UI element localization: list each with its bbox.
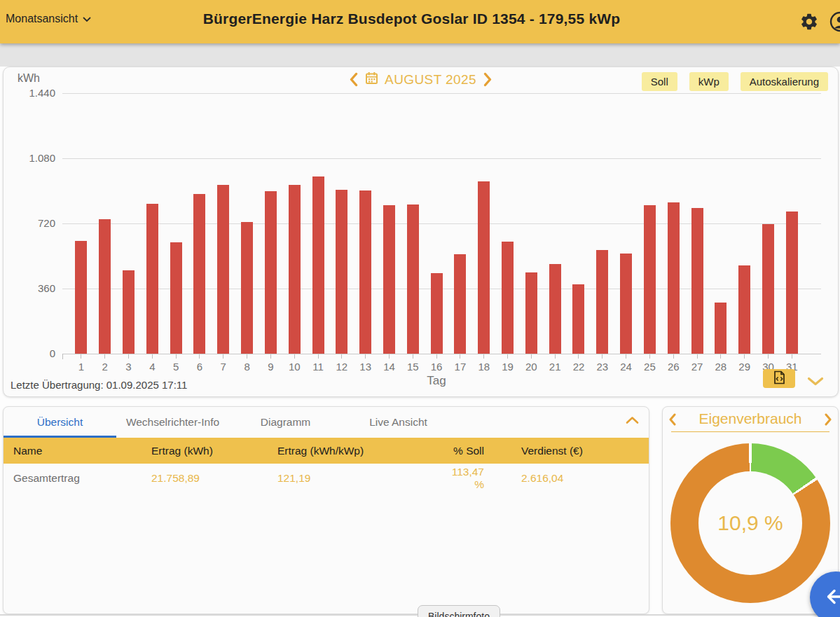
bar-day-19 (496, 242, 520, 354)
bar-day-27 (685, 208, 709, 354)
bar-day-29 (733, 265, 757, 354)
column-header: Name (4, 445, 142, 457)
screenshot-button[interactable]: Bildschirmfoto (418, 605, 500, 617)
arrow-left-icon (825, 588, 840, 608)
settings-gear-icon[interactable] (799, 12, 819, 32)
donut-hole: 10,9 % (698, 471, 802, 575)
tab-1[interactable]: Wechselrichter-Info (116, 407, 229, 438)
bar-day-7 (212, 185, 235, 354)
x-tick-10: 10 (282, 354, 306, 373)
export-button[interactable] (763, 369, 795, 388)
bar-day-5 (164, 242, 188, 354)
column-header: Ertrag (kWh/kWp) (268, 445, 440, 457)
bar-day-17 (448, 254, 472, 354)
eigenverbrauch-header: Eigenverbrauch (663, 407, 838, 431)
collapse-chart-chevron-icon[interactable] (807, 377, 824, 386)
column-header: Verdienst (€) (493, 445, 649, 457)
bar-day-11 (306, 176, 330, 354)
bar (265, 191, 277, 354)
bar-day-14 (378, 205, 401, 354)
page-title: BürgerEnergie Harz Busdepot Goslar ID 13… (0, 11, 823, 27)
prev-month-chevron-icon[interactable] (349, 72, 359, 87)
axis-origin-tick (62, 354, 63, 359)
y-tick-label: 720 (9, 217, 55, 229)
bar (193, 194, 205, 354)
eigen-prev-chevron-icon[interactable] (668, 413, 677, 426)
eigen-next-chevron-icon[interactable] (824, 413, 832, 426)
x-tick-9: 9 (259, 354, 283, 373)
bar (715, 303, 727, 354)
bar (99, 219, 111, 354)
bar (217, 185, 229, 354)
bar (170, 242, 182, 354)
bar-day-20 (519, 272, 543, 354)
eigenverbrauch-card: Eigenverbrauch 10,9 % (662, 406, 839, 614)
x-tick-26: 26 (661, 354, 685, 373)
bar (289, 185, 301, 354)
bar-day-21 (543, 264, 567, 354)
bar (431, 273, 443, 354)
bar (241, 222, 253, 354)
bar (525, 272, 537, 354)
y-tick-label: 1.080 (9, 152, 55, 164)
x-tick-21: 21 (543, 354, 567, 373)
bar (620, 254, 632, 354)
bar (668, 202, 680, 354)
title-underline (671, 431, 829, 432)
x-tick-4: 4 (140, 354, 164, 373)
bar (762, 224, 774, 354)
bar (691, 208, 703, 354)
x-tick-25: 25 (638, 354, 662, 373)
autoscale-toggle-button[interactable]: Autoskalierung (741, 72, 828, 91)
x-axis-labels: 1234567891011121314151617181920212223242… (69, 354, 804, 373)
y-tick-label: 1.440 (9, 87, 55, 99)
table-cell: 121,19 (268, 472, 440, 485)
soll-toggle-button[interactable]: Soll (642, 72, 677, 91)
x-tick-15: 15 (401, 354, 425, 373)
bar (359, 190, 371, 354)
code-file-icon (773, 370, 785, 387)
month-label: AUGUST 2025 (385, 72, 476, 88)
x-tick-14: 14 (378, 354, 401, 373)
bar (478, 181, 490, 354)
bar-day-15 (401, 204, 425, 354)
bar-chart-bars (69, 93, 804, 354)
collapse-panel-chevron-icon[interactable] (626, 416, 639, 424)
self-consumption-donut-chart: 10,9 % (670, 443, 830, 603)
bar-day-13 (354, 190, 378, 354)
bar (738, 265, 750, 354)
table-cell: 113,47 % (440, 466, 493, 491)
overview-card: ÜbersichtWechselrichter-InfoDiagrammLive… (3, 406, 649, 614)
bar (407, 204, 419, 354)
bar (75, 241, 87, 354)
table-cell: 21.758,89 (142, 472, 268, 485)
x-tick-6: 6 (188, 354, 212, 373)
next-month-chevron-icon[interactable] (483, 72, 493, 87)
monthly-chart-card: kWh AUGUST 2025 Soll kWp Autoskalierung (3, 67, 839, 397)
x-tick-17: 17 (448, 354, 472, 373)
x-tick-19: 19 (496, 354, 520, 373)
x-tick-23: 23 (591, 354, 614, 373)
account-icon[interactable] (829, 11, 840, 32)
bar (454, 254, 466, 354)
app-header: Monatsansicht BürgerEnergie Harz Busdepo… (0, 0, 840, 43)
x-tick-8: 8 (235, 354, 259, 373)
y-tick-label: 360 (9, 282, 55, 294)
x-tick-3: 3 (117, 354, 141, 373)
x-tick-27: 27 (685, 354, 709, 373)
kwp-toggle-button[interactable]: kWp (689, 72, 729, 91)
tab-3[interactable]: Live Ansicht (342, 407, 455, 438)
bar (572, 284, 584, 354)
bar (549, 264, 561, 354)
bar-day-31 (780, 212, 804, 354)
tab-2[interactable]: Diagramm (229, 407, 342, 438)
bar (644, 205, 656, 354)
x-tick-18: 18 (472, 354, 496, 373)
bar-day-18 (472, 181, 496, 354)
tab-0[interactable]: Übersicht (4, 407, 116, 438)
y-tick-label: 0 (9, 347, 55, 359)
bar-day-25 (638, 205, 662, 354)
bar-day-26 (661, 202, 685, 354)
bar-day-28 (709, 303, 733, 354)
chart-toggle-buttons: Soll kWp Autoskalierung (642, 72, 828, 91)
